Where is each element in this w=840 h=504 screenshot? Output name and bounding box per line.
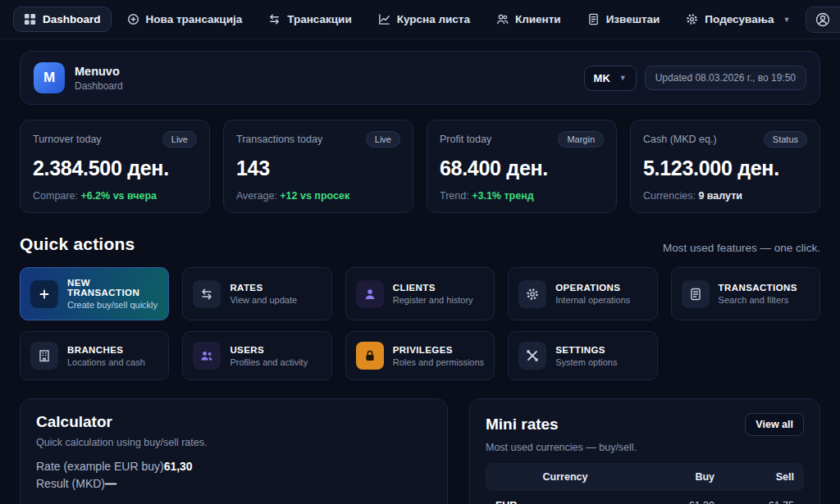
stat-label: Profit today bbox=[440, 134, 491, 145]
document-icon bbox=[587, 13, 600, 25]
nav-dashboard[interactable]: Dashboard bbox=[13, 7, 112, 32]
people-icon bbox=[496, 13, 509, 25]
person-icon bbox=[356, 280, 384, 308]
stat-value: 5.123.000 ден. bbox=[643, 157, 807, 180]
calculator-panel: Calculator Quick calculation using buy/s… bbox=[20, 398, 448, 504]
status-badge: Live bbox=[366, 131, 400, 148]
nav-label: Dashboard bbox=[43, 13, 101, 25]
stat-meta: Currencies: 9 валути bbox=[643, 190, 807, 202]
mini-rates-panel: Mini rates View all Most used currencies… bbox=[469, 398, 820, 504]
nav-new-transaction[interactable]: Нова трансакција bbox=[116, 7, 253, 32]
building-icon bbox=[30, 342, 58, 370]
nav-reports[interactable]: Извештаи bbox=[577, 7, 671, 32]
mini-rates-subtitle: Most used currencies — buy/sell. bbox=[486, 442, 804, 453]
quick-action-clients[interactable]: CLIENTSRegister and history bbox=[345, 267, 495, 320]
page-title: Dashboard bbox=[75, 80, 123, 92]
quick-action-settings[interactable]: SETTINGSSystem options bbox=[508, 331, 657, 380]
result-value: — bbox=[105, 477, 116, 490]
chevron-down-icon: ▼ bbox=[619, 74, 627, 82]
status-badge: Status bbox=[764, 131, 807, 148]
quick-action-rates[interactable]: RATESView and update bbox=[182, 267, 331, 320]
calculator-title: Calculator bbox=[36, 413, 431, 431]
nav-settings[interactable]: Подесувања ▼ bbox=[675, 7, 801, 32]
stat-label: Turnover today bbox=[33, 134, 102, 145]
brand-name: Menuvo bbox=[75, 65, 123, 78]
plus-circle-icon bbox=[127, 13, 139, 25]
stat-value: 143 bbox=[236, 157, 400, 180]
nav-label: Извештаи bbox=[606, 13, 660, 25]
gear-icon bbox=[686, 13, 698, 25]
stat-meta: Compare: +6.2% vs вчера bbox=[33, 190, 197, 202]
people-icon bbox=[193, 342, 221, 370]
stat-meta: Trend: +3.1% тренд bbox=[440, 190, 604, 202]
top-navigation: Dashboard Нова трансакција Трансакции Ку… bbox=[0, 0, 840, 39]
calculator-rate-line: Rate (example EUR buy)61,30 bbox=[36, 460, 431, 473]
nav-rates-list[interactable]: Курсна листа bbox=[368, 7, 481, 32]
column-buy: Buy bbox=[645, 463, 724, 491]
stat-label: Cash (MKD eq.) bbox=[643, 134, 717, 145]
quick-action-operations[interactable]: OPERATIONSInternal operations bbox=[508, 267, 657, 320]
section-title: Quick actions bbox=[20, 234, 135, 254]
quick-actions-grid: NEW TRANSACTIONCreate buy/sell quickly R… bbox=[20, 267, 820, 380]
mini-rates-title: Mini rates bbox=[486, 415, 559, 434]
lock-icon bbox=[356, 342, 384, 370]
column-sell: Sell bbox=[724, 463, 804, 491]
grid-icon bbox=[24, 13, 36, 25]
stat-value: 2.384.500 ден. bbox=[33, 157, 197, 180]
stat-meta: Average: +12 vs просек bbox=[236, 190, 400, 202]
status-badge: Live bbox=[162, 131, 197, 148]
stat-card-cash: Cash (MKD eq.) Status 5.123.000 ден. Cur… bbox=[630, 120, 820, 213]
section-subtitle: Most used features — one click. bbox=[663, 242, 820, 254]
calculator-result-line: Result (MKD)— bbox=[36, 477, 431, 490]
plus-icon bbox=[30, 280, 58, 308]
updated-timestamp: Updated 08.03.2026 г., во 19:50 bbox=[645, 66, 806, 90]
column-currency: Currency bbox=[486, 463, 645, 491]
quick-action-new-transaction[interactable]: NEW TRANSACTIONCreate buy/sell quickly bbox=[20, 267, 169, 320]
nav-label: Нова трансакција bbox=[146, 13, 243, 25]
buy-cell: 61,30 bbox=[645, 491, 724, 504]
bottom-panels: Calculator Quick calculation using buy/s… bbox=[20, 398, 820, 504]
gear-icon bbox=[518, 280, 546, 308]
line-chart-icon bbox=[378, 13, 390, 25]
nav-label: Трансакции bbox=[287, 13, 351, 25]
language-select[interactable]: MK ▼ bbox=[584, 66, 637, 91]
sell-cell: 61,75 bbox=[724, 491, 804, 504]
nav-clients[interactable]: Клиенти bbox=[486, 7, 572, 32]
quick-action-privileges[interactable]: PRIVILEGESRoles and permissions bbox=[345, 331, 495, 380]
quick-actions-header: Quick actions Most used features — one c… bbox=[20, 234, 820, 254]
stat-card-transactions: Transactions today Live 143 Average: +12… bbox=[223, 120, 413, 213]
nav-label: Подесувања bbox=[705, 13, 774, 25]
stat-card-profit: Profit today Margin 68.400 ден. Trend: +… bbox=[427, 120, 617, 213]
quick-action-branches[interactable]: BRANCHESLocations and cash bbox=[20, 331, 169, 380]
nav-label: Курсна листа bbox=[397, 13, 470, 25]
stats-row: Turnover today Live 2.384.500 ден. Compa… bbox=[20, 120, 820, 213]
stat-card-turnover: Turnover today Live 2.384.500 ден. Compa… bbox=[20, 120, 210, 213]
calculator-subtitle: Quick calculation using buy/sell rates. bbox=[36, 437, 431, 448]
view-all-button[interactable]: View all bbox=[745, 413, 804, 436]
rate-value: 61,30 bbox=[164, 460, 193, 473]
exchange-arrows-icon bbox=[193, 280, 221, 308]
brand-logo: M bbox=[34, 62, 65, 93]
quick-action-transactions[interactable]: TRANSACTIONSSearch and filters bbox=[671, 267, 820, 320]
language-value: MK bbox=[594, 72, 610, 84]
exchange-arrows-icon bbox=[268, 13, 281, 25]
document-icon bbox=[682, 280, 710, 308]
nav-label: Клиенти bbox=[515, 13, 561, 25]
user-avatar-icon bbox=[815, 12, 830, 27]
table-row[interactable]: EUR 61,30 61,75 bbox=[486, 491, 804, 504]
brand-block: Menuvo Dashboard bbox=[75, 65, 123, 92]
tools-icon bbox=[518, 342, 546, 370]
table-header-row: Currency Buy Sell bbox=[486, 463, 804, 491]
nav-transactions[interactable]: Трансакции bbox=[258, 7, 362, 32]
page-header: M Menuvo Dashboard MK ▼ Updated 08.03.20… bbox=[20, 51, 820, 105]
user-menu-button[interactable]: ▼ bbox=[806, 7, 840, 33]
dashboard-content: M Menuvo Dashboard MK ▼ Updated 08.03.20… bbox=[0, 39, 840, 504]
stat-value: 68.400 ден. bbox=[440, 157, 604, 180]
quick-action-users[interactable]: USERSProfiles and activity bbox=[182, 331, 331, 380]
mini-rates-table: Currency Buy Sell EUR 61,30 61,75 USD 56… bbox=[486, 463, 804, 504]
status-badge: Margin bbox=[558, 131, 604, 148]
stat-label: Transactions today bbox=[236, 134, 322, 145]
chevron-down-icon: ▼ bbox=[783, 16, 790, 24]
currency-cell: EUR bbox=[486, 491, 645, 504]
